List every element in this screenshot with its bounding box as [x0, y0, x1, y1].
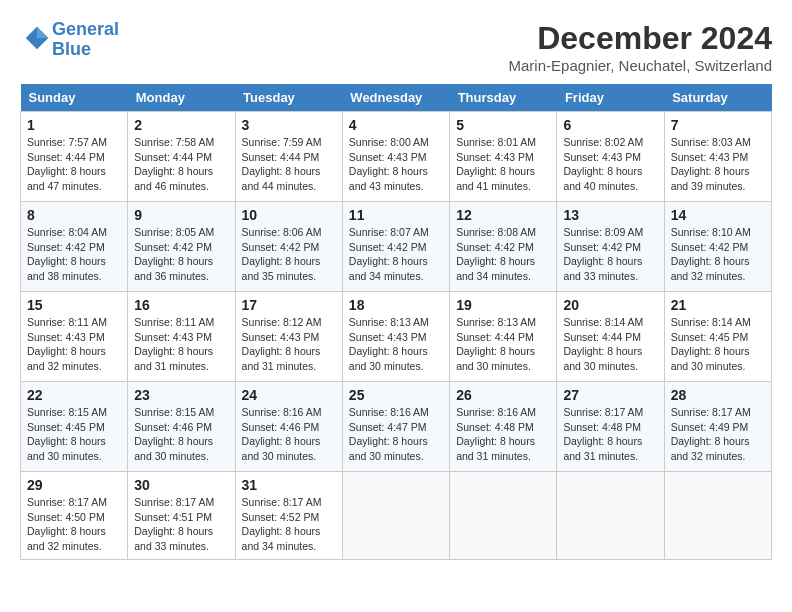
- day-info: Sunrise: 8:11 AM Sunset: 4:43 PM Dayligh…: [27, 315, 121, 374]
- day-number: 23: [134, 387, 228, 403]
- calendar-cell: 26Sunrise: 8:16 AM Sunset: 4:48 PM Dayli…: [450, 382, 557, 472]
- day-info: Sunrise: 8:10 AM Sunset: 4:42 PM Dayligh…: [671, 225, 765, 284]
- header-saturday: Saturday: [664, 84, 771, 112]
- header-monday: Monday: [128, 84, 235, 112]
- calendar-cell: 7Sunrise: 8:03 AM Sunset: 4:43 PM Daylig…: [664, 112, 771, 202]
- day-info: Sunrise: 8:03 AM Sunset: 4:43 PM Dayligh…: [671, 135, 765, 194]
- calendar-table: SundayMondayTuesdayWednesdayThursdayFrid…: [20, 84, 772, 560]
- day-number: 26: [456, 387, 550, 403]
- calendar-cell: 27Sunrise: 8:17 AM Sunset: 4:48 PM Dayli…: [557, 382, 664, 472]
- day-info: Sunrise: 7:58 AM Sunset: 4:44 PM Dayligh…: [134, 135, 228, 194]
- calendar-cell: 2Sunrise: 7:58 AM Sunset: 4:44 PM Daylig…: [128, 112, 235, 202]
- day-info: Sunrise: 8:13 AM Sunset: 4:43 PM Dayligh…: [349, 315, 443, 374]
- day-number: 2: [134, 117, 228, 133]
- calendar-cell: 11Sunrise: 8:07 AM Sunset: 4:42 PM Dayli…: [342, 202, 449, 292]
- day-number: 17: [242, 297, 336, 313]
- day-number: 28: [671, 387, 765, 403]
- calendar-cell: [342, 472, 449, 560]
- page-header: General Blue December 2024 Marin-Epagnie…: [20, 20, 772, 74]
- header-friday: Friday: [557, 84, 664, 112]
- calendar-header-row: SundayMondayTuesdayWednesdayThursdayFrid…: [21, 84, 772, 112]
- day-number: 30: [134, 477, 228, 493]
- day-info: Sunrise: 8:16 AM Sunset: 4:47 PM Dayligh…: [349, 405, 443, 464]
- day-number: 11: [349, 207, 443, 223]
- calendar-cell: 6Sunrise: 8:02 AM Sunset: 4:43 PM Daylig…: [557, 112, 664, 202]
- calendar-cell: 24Sunrise: 8:16 AM Sunset: 4:46 PM Dayli…: [235, 382, 342, 472]
- calendar-cell: 9Sunrise: 8:05 AM Sunset: 4:42 PM Daylig…: [128, 202, 235, 292]
- calendar-cell: 19Sunrise: 8:13 AM Sunset: 4:44 PM Dayli…: [450, 292, 557, 382]
- calendar-cell: 4Sunrise: 8:00 AM Sunset: 4:43 PM Daylig…: [342, 112, 449, 202]
- location: Marin-Epagnier, Neuchatel, Switzerland: [509, 57, 772, 74]
- day-number: 25: [349, 387, 443, 403]
- day-number: 16: [134, 297, 228, 313]
- calendar-week-row: 8Sunrise: 8:04 AM Sunset: 4:42 PM Daylig…: [21, 202, 772, 292]
- calendar-cell: 22Sunrise: 8:15 AM Sunset: 4:45 PM Dayli…: [21, 382, 128, 472]
- calendar-cell: 15Sunrise: 8:11 AM Sunset: 4:43 PM Dayli…: [21, 292, 128, 382]
- calendar-cell: 3Sunrise: 7:59 AM Sunset: 4:44 PM Daylig…: [235, 112, 342, 202]
- day-info: Sunrise: 8:09 AM Sunset: 4:42 PM Dayligh…: [563, 225, 657, 284]
- calendar-cell: 28Sunrise: 8:17 AM Sunset: 4:49 PM Dayli…: [664, 382, 771, 472]
- day-number: 19: [456, 297, 550, 313]
- calendar-cell: 21Sunrise: 8:14 AM Sunset: 4:45 PM Dayli…: [664, 292, 771, 382]
- day-info: Sunrise: 8:04 AM Sunset: 4:42 PM Dayligh…: [27, 225, 121, 284]
- day-number: 15: [27, 297, 121, 313]
- day-number: 4: [349, 117, 443, 133]
- calendar-week-row: 22Sunrise: 8:15 AM Sunset: 4:45 PM Dayli…: [21, 382, 772, 472]
- day-number: 1: [27, 117, 121, 133]
- logo-text: General Blue: [52, 20, 119, 60]
- calendar-cell: 23Sunrise: 8:15 AM Sunset: 4:46 PM Dayli…: [128, 382, 235, 472]
- calendar-cell: 14Sunrise: 8:10 AM Sunset: 4:42 PM Dayli…: [664, 202, 771, 292]
- calendar-cell: 17Sunrise: 8:12 AM Sunset: 4:43 PM Dayli…: [235, 292, 342, 382]
- calendar-cell: 25Sunrise: 8:16 AM Sunset: 4:47 PM Dayli…: [342, 382, 449, 472]
- calendar-cell: 16Sunrise: 8:11 AM Sunset: 4:43 PM Dayli…: [128, 292, 235, 382]
- day-number: 13: [563, 207, 657, 223]
- day-info: Sunrise: 8:17 AM Sunset: 4:52 PM Dayligh…: [242, 495, 336, 554]
- day-number: 3: [242, 117, 336, 133]
- day-info: Sunrise: 8:15 AM Sunset: 4:46 PM Dayligh…: [134, 405, 228, 464]
- day-number: 21: [671, 297, 765, 313]
- day-number: 14: [671, 207, 765, 223]
- day-number: 20: [563, 297, 657, 313]
- day-info: Sunrise: 8:08 AM Sunset: 4:42 PM Dayligh…: [456, 225, 550, 284]
- calendar-cell: [664, 472, 771, 560]
- header-thursday: Thursday: [450, 84, 557, 112]
- day-info: Sunrise: 8:13 AM Sunset: 4:44 PM Dayligh…: [456, 315, 550, 374]
- header-tuesday: Tuesday: [235, 84, 342, 112]
- calendar-week-row: 1Sunrise: 7:57 AM Sunset: 4:44 PM Daylig…: [21, 112, 772, 202]
- header-sunday: Sunday: [21, 84, 128, 112]
- day-info: Sunrise: 8:14 AM Sunset: 4:45 PM Dayligh…: [671, 315, 765, 374]
- day-number: 5: [456, 117, 550, 133]
- day-number: 29: [27, 477, 121, 493]
- calendar-cell: 29Sunrise: 8:17 AM Sunset: 4:50 PM Dayli…: [21, 472, 128, 560]
- day-number: 31: [242, 477, 336, 493]
- calendar-cell: 12Sunrise: 8:08 AM Sunset: 4:42 PM Dayli…: [450, 202, 557, 292]
- day-info: Sunrise: 8:17 AM Sunset: 4:49 PM Dayligh…: [671, 405, 765, 464]
- day-info: Sunrise: 7:59 AM Sunset: 4:44 PM Dayligh…: [242, 135, 336, 194]
- day-info: Sunrise: 8:01 AM Sunset: 4:43 PM Dayligh…: [456, 135, 550, 194]
- day-info: Sunrise: 8:07 AM Sunset: 4:42 PM Dayligh…: [349, 225, 443, 284]
- day-number: 8: [27, 207, 121, 223]
- calendar-cell: [557, 472, 664, 560]
- day-number: 6: [563, 117, 657, 133]
- day-info: Sunrise: 8:12 AM Sunset: 4:43 PM Dayligh…: [242, 315, 336, 374]
- day-info: Sunrise: 7:57 AM Sunset: 4:44 PM Dayligh…: [27, 135, 121, 194]
- day-number: 24: [242, 387, 336, 403]
- header-wednesday: Wednesday: [342, 84, 449, 112]
- calendar-week-row: 29Sunrise: 8:17 AM Sunset: 4:50 PM Dayli…: [21, 472, 772, 560]
- day-info: Sunrise: 8:17 AM Sunset: 4:51 PM Dayligh…: [134, 495, 228, 554]
- day-info: Sunrise: 8:17 AM Sunset: 4:50 PM Dayligh…: [27, 495, 121, 554]
- logo: General Blue: [20, 20, 119, 60]
- day-info: Sunrise: 8:15 AM Sunset: 4:45 PM Dayligh…: [27, 405, 121, 464]
- calendar-cell: 31Sunrise: 8:17 AM Sunset: 4:52 PM Dayli…: [235, 472, 342, 560]
- day-number: 7: [671, 117, 765, 133]
- logo-icon: [22, 23, 52, 53]
- day-number: 10: [242, 207, 336, 223]
- day-info: Sunrise: 8:16 AM Sunset: 4:46 PM Dayligh…: [242, 405, 336, 464]
- day-info: Sunrise: 8:05 AM Sunset: 4:42 PM Dayligh…: [134, 225, 228, 284]
- day-info: Sunrise: 8:00 AM Sunset: 4:43 PM Dayligh…: [349, 135, 443, 194]
- day-info: Sunrise: 8:11 AM Sunset: 4:43 PM Dayligh…: [134, 315, 228, 374]
- day-number: 12: [456, 207, 550, 223]
- day-info: Sunrise: 8:02 AM Sunset: 4:43 PM Dayligh…: [563, 135, 657, 194]
- calendar-cell: 20Sunrise: 8:14 AM Sunset: 4:44 PM Dayli…: [557, 292, 664, 382]
- calendar-cell: 5Sunrise: 8:01 AM Sunset: 4:43 PM Daylig…: [450, 112, 557, 202]
